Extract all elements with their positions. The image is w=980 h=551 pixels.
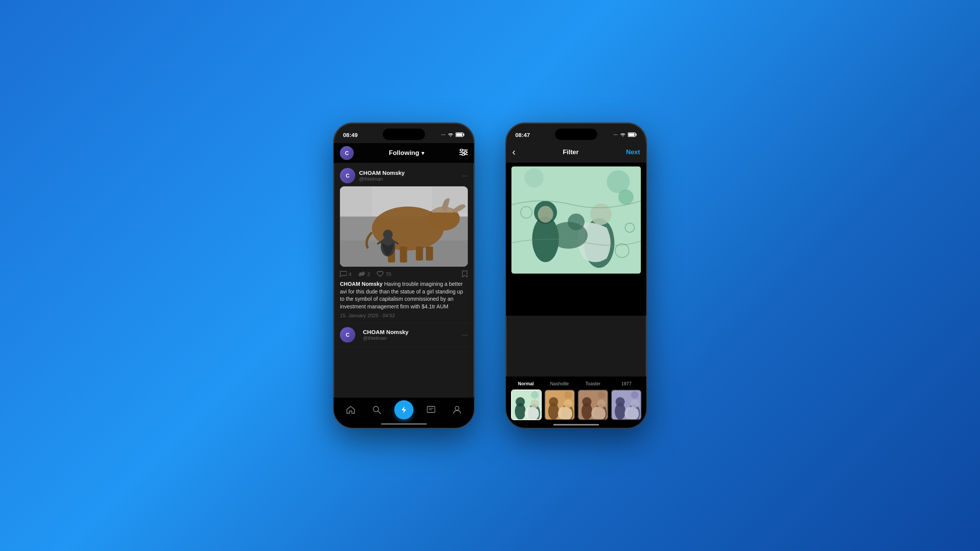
tweet-user-2: C CHOAM Nomsky @thielman (340, 327, 408, 342)
next-button[interactable]: Next (626, 148, 640, 156)
back-button[interactable]: ‹ (512, 146, 516, 158)
svg-rect-75 (612, 390, 642, 420)
svg-point-4 (461, 149, 463, 151)
filter-label-nashville: Nashville (544, 381, 575, 386)
filter-thumb-1977[interactable] (611, 390, 642, 420)
feed-title-text: Following (389, 149, 419, 157)
1977-thumb-art (612, 390, 642, 420)
tweet-text-1: CHOAM Nomsky Having trouble imagining a … (340, 280, 468, 310)
nav-compose[interactable] (394, 400, 413, 419)
feed-title-group[interactable]: Following ▾ (389, 149, 424, 157)
svg-rect-48 (511, 166, 641, 274)
nav-messages[interactable] (423, 401, 439, 418)
search-icon (372, 406, 381, 414)
filter-thumb-normal[interactable] (511, 390, 542, 420)
filter-title: Filter (563, 148, 579, 156)
svg-rect-2 (456, 134, 462, 136)
tweet-actions-1: 4 2 70 (340, 271, 468, 277)
svg-rect-17 (416, 246, 423, 261)
phone-1: 08:49 ··· C Following ▾ (333, 122, 475, 429)
filter-art-image (511, 166, 641, 274)
comment-action[interactable]: 4 (340, 271, 351, 277)
svg-rect-24 (432, 186, 468, 212)
status-time-2: 08:47 (515, 132, 530, 138)
wifi-icon-2 (620, 132, 626, 137)
bull-statue-image (340, 186, 468, 267)
dynamic-island-1 (383, 129, 425, 140)
filter-thumb-toaster[interactable] (578, 390, 608, 420)
tweet-handle-2: @thielman (363, 335, 408, 341)
tweet-name-2: CHOAM Nomsky (363, 329, 408, 335)
tweet-avatar-2[interactable]: C (340, 327, 355, 342)
tweet-user-1: C CHOAM Nomsky @thielman (340, 168, 405, 183)
filter-thumbnails-row (509, 390, 643, 420)
svg-rect-16 (400, 246, 407, 262)
tweet-avatar-1[interactable]: C (340, 168, 355, 183)
tweet-more-icon-1[interactable]: ··· (462, 172, 468, 180)
dropdown-arrow-icon: ▾ (421, 150, 424, 156)
svg-point-52 (516, 397, 525, 406)
avatar-content-2: C (340, 327, 355, 342)
filter-label-1977: 1977 (611, 381, 642, 386)
nav-search[interactable] (368, 401, 385, 418)
nashville-thumb-art (545, 390, 575, 420)
like-action[interactable]: 70 (377, 271, 391, 277)
filter-labels-row: Normal Nashville Toaster 1977 (509, 381, 643, 386)
tweet-author-name: CHOAM Nomsky (340, 281, 382, 287)
phone-2: 08:47 ··· ‹ Filter Next (505, 122, 647, 429)
retweet-action[interactable]: 2 (358, 271, 370, 277)
filter-screen: ‹ Filter Next (506, 143, 646, 316)
tweet-item-2: C CHOAM Nomsky @thielman ··· (334, 323, 474, 347)
filter-spacer (506, 277, 646, 316)
nav-profile[interactable] (449, 401, 466, 418)
svg-point-8 (462, 153, 464, 156)
comment-icon (340, 271, 347, 277)
nav-home[interactable] (342, 401, 359, 418)
user-avatar-header[interactable]: C (340, 146, 354, 160)
filter-label-normal: Normal (511, 381, 541, 386)
svg-line-26 (378, 411, 381, 414)
home-indicator-2 (553, 424, 599, 425)
tweet-image-1[interactable] (340, 186, 468, 267)
svg-rect-27 (427, 406, 435, 412)
home-icon (346, 406, 355, 414)
normal-thumb-art (512, 390, 542, 420)
svg-point-30 (455, 406, 459, 410)
filter-thumb-nashville[interactable] (544, 390, 575, 420)
filter-label-toaster: Toaster (578, 381, 608, 386)
filter-strip: Normal Nashville Toaster 1977 (506, 377, 646, 428)
comment-count: 4 (349, 271, 351, 277)
signal-dots-1: ··· (441, 133, 446, 137)
filter-preview-image (511, 166, 641, 274)
avatar-content-1: C (340, 168, 355, 183)
wifi-icon-1 (448, 132, 454, 137)
tweet-more-icon-2[interactable]: ··· (462, 331, 468, 339)
battery-icon-1 (456, 132, 465, 137)
tweet-timestamp-1: 15. January 2025 · 04:52 (340, 313, 468, 318)
sliders-icon (459, 149, 468, 156)
svg-rect-61 (545, 390, 575, 420)
svg-rect-1 (464, 134, 465, 136)
svg-rect-33 (629, 134, 635, 136)
svg-point-20 (383, 230, 393, 239)
svg-rect-32 (636, 134, 637, 136)
messages-icon (427, 406, 435, 414)
filter-preview-area (506, 163, 646, 277)
tweet-item-1: C CHOAM Nomsky @thielman ··· (334, 163, 474, 323)
retweet-count: 2 (367, 271, 370, 277)
svg-rect-23 (340, 186, 372, 217)
profile-icon (453, 406, 461, 414)
bookmark-action[interactable] (462, 271, 468, 277)
svg-rect-18 (426, 246, 433, 261)
like-count: 70 (385, 271, 391, 277)
signal-dots-2: ··· (614, 133, 618, 137)
home-indicator-1 (381, 423, 427, 425)
tweet-header-1: C CHOAM Nomsky @thielman ··· (340, 168, 468, 183)
svg-point-6 (464, 151, 467, 153)
filter-settings-button[interactable] (459, 149, 468, 158)
svg-point-54 (531, 399, 539, 408)
feed-header: C Following ▾ (334, 143, 474, 163)
toaster-thumb-art (578, 390, 608, 420)
avatar-initial: C (340, 146, 354, 160)
bookmark-icon (462, 271, 468, 277)
